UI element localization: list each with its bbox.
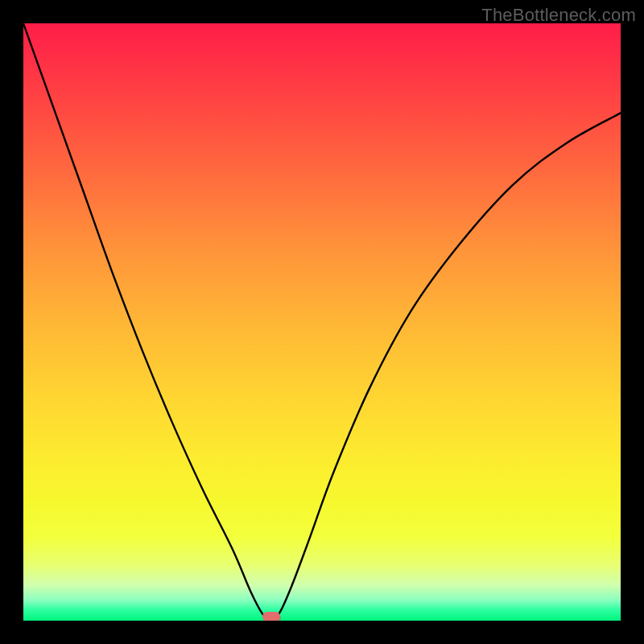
minimum-marker: [262, 612, 280, 621]
chart-frame: TheBottleneck.com: [0, 0, 644, 644]
plot-area: [23, 23, 621, 621]
bottleneck-curve: [23, 23, 621, 621]
watermark-text: TheBottleneck.com: [481, 5, 636, 26]
